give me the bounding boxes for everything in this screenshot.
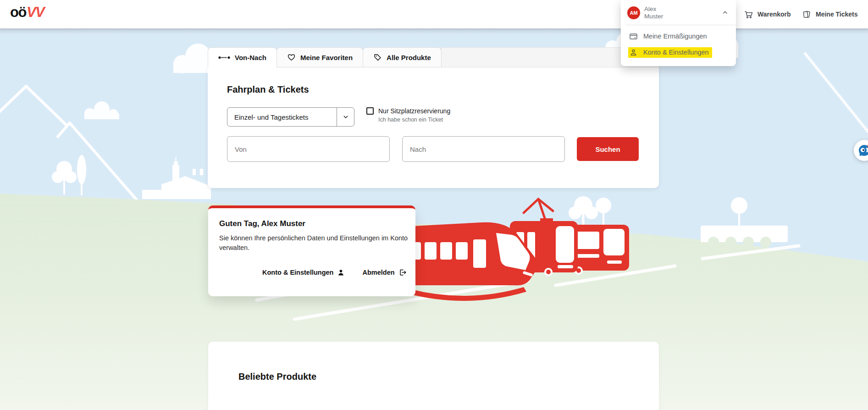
greeting-user-name: Alex Muster: [261, 219, 305, 228]
ticket-type-value: Einzel- und Tagestickets: [227, 113, 337, 121]
popular-products-title: Beliebte Produkte: [238, 371, 659, 382]
tab-label: Von-Nach: [235, 54, 266, 61]
tab-label: Alle Produkte: [387, 54, 431, 61]
menu-item-label: Konto & Einstellungen: [643, 49, 709, 56]
person-icon: [629, 48, 638, 57]
logout-icon: [398, 268, 407, 277]
reservation-hint: Ich habe schon ein Ticket: [378, 116, 450, 123]
greeting-prefix: Guten Tag,: [219, 219, 260, 228]
tab-meine-favoriten[interactable]: Meine Favoriten: [277, 47, 363, 67]
tab-label: Meine Favoriten: [300, 54, 353, 61]
menu-item-label: Meine Ermäßigungen: [643, 33, 707, 40]
chevron-up-icon: [722, 9, 729, 16]
tab-alle-produkte[interactable]: Alle Produkte: [363, 47, 442, 67]
avatar: AM: [627, 6, 640, 19]
greeting-body: Sie können Ihre persönlichen Daten und E…: [219, 233, 408, 253]
ticket-type-select[interactable]: Einzel- und Tagestickets: [227, 107, 354, 127]
logout-label: Abmelden: [362, 269, 394, 276]
heart-icon: [287, 53, 296, 61]
account-settings-label: Konto & Einstellungen: [262, 269, 333, 276]
cart-label: Warenkorb: [757, 11, 791, 18]
oovv-logo[interactable]: oöVV: [10, 4, 44, 21]
logo-text-red: VV: [27, 4, 44, 20]
cart-icon: [744, 10, 753, 19]
route-icon: [218, 55, 230, 60]
menu-item-discounts[interactable]: Meine Ermäßigungen: [621, 28, 736, 44]
logout-link[interactable]: Abmelden: [362, 268, 406, 277]
menu-item-account-settings[interactable]: Konto & Einstellungen: [621, 44, 736, 61]
my-tickets-button[interactable]: Meine Tickets: [802, 0, 858, 28]
reservation-checkbox[interactable]: [366, 107, 374, 115]
my-tickets-label: Meine Tickets: [816, 11, 858, 18]
user-first-name: Alex: [644, 6, 663, 13]
search-panel: Fahrplan & Tickets Einzel- und Tagestick…: [208, 67, 659, 188]
search-button[interactable]: Suchen: [577, 137, 639, 161]
from-input[interactable]: [227, 136, 390, 162]
tab-von-nach[interactable]: Von-Nach: [208, 47, 277, 67]
page-title: Fahrplan & Tickets: [227, 84, 659, 95]
user-menu-trigger[interactable]: AM Alex Muster: [621, 0, 736, 25]
widget-mascot-icon: [857, 144, 868, 157]
user-last-name: Muster: [644, 13, 663, 20]
user-dropdown-menu: AM Alex Muster Meine Ermäßigungen: [621, 0, 736, 66]
greeting-title: Guten Tag, Alex Muster: [219, 219, 404, 228]
logo-text-black: oö: [10, 4, 26, 20]
tag-icon: [373, 53, 382, 61]
reservation-label: Nur Sitzplatzreservierung: [378, 107, 450, 115]
discount-card-icon: [629, 32, 638, 41]
menu-divider: [625, 25, 736, 25]
person-filled-icon: [337, 269, 345, 277]
user-name: Alex Muster: [644, 6, 663, 20]
popular-products-section: Beliebte Produkte: [208, 342, 659, 410]
to-input[interactable]: [402, 136, 565, 162]
account-settings-link[interactable]: Konto & Einstellungen: [262, 269, 345, 277]
top-header: oöVV Warenkorb Meine Tickets: [0, 0, 868, 28]
reservation-option: Nur Sitzplatzreservierung Ich habe schon…: [366, 107, 450, 123]
product-tabs: Von-Nach Meine Favoriten Alle Produkte: [208, 47, 659, 67]
tickets-icon: [802, 10, 812, 19]
chevron-down-icon: [337, 113, 354, 121]
cart-button[interactable]: Warenkorb: [744, 0, 791, 28]
greeting-card: Guten Tag, Alex Muster Sie können Ihre p…: [208, 205, 415, 296]
